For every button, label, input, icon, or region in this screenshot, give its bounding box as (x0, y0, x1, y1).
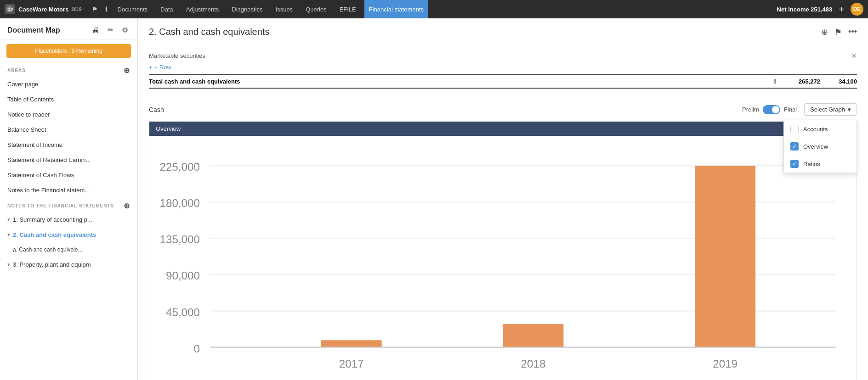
sidebar-item-note-1[interactable]: ▾ 1. Summary of accounting p... (0, 212, 137, 227)
svg-text:2017: 2017 (339, 358, 364, 370)
placeholder-button[interactable]: Placeholders : 9 Remaining (6, 44, 131, 58)
final-label: Final (784, 106, 797, 113)
chevron-note-1: ▾ (7, 217, 10, 223)
bar-2017 (321, 340, 382, 347)
net-income-display: Net Income 251,483 (777, 6, 833, 13)
sidebar-item-note-2a[interactable]: a. Cash and cash equivale... (0, 242, 137, 257)
notes-section-label: NOTES TO THE FINANCIAL STATEMENTS ⊕ (0, 198, 137, 212)
nav-issues[interactable]: Issues (271, 0, 298, 18)
svg-text:180,000: 180,000 (160, 197, 200, 209)
areas-add-button[interactable]: ⊕ (124, 66, 130, 75)
content-actions: ⊕ ⚑ ••• (821, 27, 857, 37)
brand-icon: CW (5, 4, 15, 14)
sidebar-item-notice-to-reader[interactable]: Notice to reader (0, 107, 137, 122)
sidebar-print-icon[interactable]: 🖨 (90, 25, 101, 35)
select-graph-wrapper: Select Graph ▾ Accounts ✓ Overview (804, 103, 857, 116)
ratios-label: Ratios (803, 161, 820, 168)
svg-text:45,000: 45,000 (166, 306, 200, 319)
select-graph-button[interactable]: Select Graph ▾ (804, 103, 857, 116)
add-content-button[interactable]: ⊕ (821, 27, 828, 37)
chart-body: 225,000 180,000 135,000 90,000 45,000 0 (149, 136, 857, 380)
prelim-label: Prelim (742, 106, 759, 113)
svg-text:225,000: 225,000 (160, 161, 200, 173)
graph-section: Cash Prelim Final Select Graph ▾ (138, 96, 868, 380)
sidebar-settings-icon[interactable]: ⚙ (120, 25, 130, 35)
add-row-button[interactable]: + + Row (149, 64, 857, 71)
nav-financial-statements[interactable]: Financial statements (364, 0, 428, 18)
svg-text:135,000: 135,000 (160, 233, 200, 246)
chevron-down-icon: ▾ (848, 106, 851, 113)
page-title: 2. Cash and cash equivalents (149, 27, 821, 37)
info-icon[interactable]: ℹ (774, 78, 776, 85)
sidebar-item-statement-income[interactable]: Statement of Income (0, 137, 137, 152)
flag-content-button[interactable]: ⚑ (834, 27, 842, 37)
areas-section-label: AREAS ⊕ (0, 62, 137, 77)
content-area: 2. Cash and cash equivalents ⊕ ⚑ ••• Mar… (138, 18, 868, 380)
total-row: Total cash and cash equivalents ℹ 265,27… (149, 74, 857, 89)
chart-svg: 225,000 180,000 135,000 90,000 45,000 0 (149, 140, 857, 380)
close-marketable-button[interactable]: ✕ (851, 51, 857, 60)
sidebar-item-notes-financial[interactable]: Notes to the Financial statem... (0, 183, 137, 198)
sidebar: Document Map 🖨 ✏ ⚙ Placeholders : 9 Rema… (0, 18, 138, 380)
sidebar-header: Document Map 🖨 ✏ ⚙ (0, 18, 137, 39)
total-val2: 34,100 (820, 78, 857, 85)
chart-header: Overview ⛶ (149, 122, 857, 136)
nav-queries[interactable]: Queries (301, 0, 331, 18)
svg-text:CW: CW (8, 7, 13, 12)
content-header: 2. Cash and cash equivalents ⊕ ⚑ ••• (138, 18, 868, 42)
graph-label: Cash (149, 106, 164, 113)
nav-adjustments[interactable]: Adjustments (182, 0, 224, 18)
accounts-label: Accounts (803, 126, 828, 133)
main-layout: Document Map 🖨 ✏ ⚙ Placeholders : 9 Rema… (0, 18, 868, 380)
chevron-note-2: ▾ (7, 232, 10, 238)
ratios-checkbox[interactable]: ✓ (790, 160, 799, 168)
sidebar-item-table-of-contents[interactable]: Table of Contents (0, 92, 137, 107)
nav-data[interactable]: Data (156, 0, 177, 18)
sidebar-item-note-2[interactable]: ▾ 2. Cash and cash equivalents (0, 227, 137, 242)
dropdown-item-overview[interactable]: ✓ Overview (784, 138, 857, 155)
notes-add-button[interactable]: ⊕ (124, 201, 130, 210)
dropdown-item-ratios[interactable]: ✓ Ratios (784, 155, 857, 173)
sidebar-item-statement-cash-flows[interactable]: Statement of Cash Flows (0, 168, 137, 183)
table-area: Marketable securities ✕ + + Row Total ca… (138, 42, 868, 96)
marketable-label: Marketable securities (149, 52, 842, 59)
sidebar-edit-icon[interactable]: ✏ (106, 25, 115, 35)
chevron-note-3: ▾ (7, 262, 10, 268)
overview-checkbox[interactable]: ✓ (790, 142, 799, 151)
top-nav: CW CaseWare Motors 2019 ⚑ ℹ Documents Da… (0, 0, 868, 18)
info-nav-icon[interactable]: ℹ (103, 6, 109, 13)
graph-header: Cash Prelim Final Select Graph ▾ (149, 103, 857, 116)
bar-2018 (503, 324, 564, 347)
global-add-button[interactable]: + (836, 4, 847, 15)
sidebar-item-note-3[interactable]: ▾ 3. Property, plant and equipm (0, 257, 137, 272)
dropdown-item-accounts[interactable]: Accounts (784, 120, 857, 138)
nav-diagnostics[interactable]: Diagnostics (227, 0, 267, 18)
graph-dropdown-menu: Accounts ✓ Overview ✓ Ratios (783, 120, 857, 173)
total-label: Total cash and cash equivalents (149, 78, 766, 85)
svg-text:2019: 2019 (713, 358, 738, 370)
chart-title: Overview (156, 125, 181, 132)
nav-documents[interactable]: Documents (113, 0, 153, 18)
accounts-checkbox[interactable] (790, 125, 799, 133)
add-row-plus-icon: + (149, 64, 153, 71)
sidebar-item-balance-sheet[interactable]: Balance Sheet (0, 122, 137, 137)
chart-container: Overview ⛶ 225,000 180,000 135,000 90,00… (149, 121, 857, 380)
svg-text:2018: 2018 (521, 358, 546, 370)
nav-efile[interactable]: EFILE (335, 0, 361, 18)
sidebar-item-statement-retained[interactable]: Statement of Retained Earnin... (0, 152, 137, 168)
total-val1: 265,272 (783, 78, 820, 85)
sidebar-scroll: AREAS ⊕ Cover page Table of Contents Not… (0, 62, 137, 380)
svg-text:90,000: 90,000 (166, 269, 200, 282)
marketable-row: Marketable securities ✕ (149, 50, 857, 62)
user-avatar[interactable]: DE (851, 3, 863, 16)
toggle-switch[interactable] (763, 105, 780, 114)
bar-2019 (695, 166, 755, 347)
more-options-button[interactable]: ••• (848, 27, 857, 37)
overview-label: Overview (803, 143, 828, 150)
sidebar-item-cover-page[interactable]: Cover page (0, 77, 137, 92)
sidebar-title: Document Map (7, 26, 85, 34)
brand-name: CaseWare Motors 2019 (18, 6, 82, 13)
flag-nav-icon[interactable]: ⚑ (90, 6, 100, 13)
prelim-final-toggle: Prelim Final (742, 105, 797, 114)
svg-text:0: 0 (193, 342, 199, 355)
